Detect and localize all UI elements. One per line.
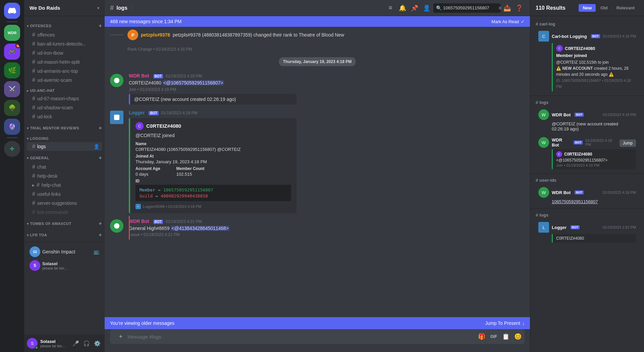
sticker-button[interactable]: 📋 xyxy=(500,331,511,342)
category-ud-anc-hat[interactable]: ▸ UD-ANC-HAT xyxy=(24,87,105,94)
message-input[interactable] xyxy=(127,331,475,343)
wdr-result-embed-2: C C0RTEIZ#4080 <@1065750592951156807> Jo… xyxy=(538,149,636,169)
category-tombs[interactable]: ▾ TOMBS OF AMASCUT + xyxy=(24,219,105,228)
category-offences[interactable]: ▾ OFFENCES + xyxy=(24,21,105,30)
emoji-button[interactable]: 😊 xyxy=(513,331,523,342)
section-divider-1 xyxy=(530,96,644,96)
pinned-genshin[interactable]: GI Genshin Impact 📺 xyxy=(27,245,102,258)
pin-button[interactable]: 📌 xyxy=(409,3,420,13)
id-label: ID xyxy=(136,179,291,183)
mark-as-read-button[interactable]: Mark As Read ✓ xyxy=(491,19,525,24)
new-messages-banner[interactable]: 468 new messages since 1:34 PM Mark As R… xyxy=(105,16,530,27)
date-tooltip[interactable]: Thursday, January 19, 2023 4:18 PM xyxy=(279,57,356,66)
channel-help-desk[interactable]: #help-desk xyxy=(27,172,102,180)
gift-button[interactable]: 🎁 xyxy=(476,331,487,342)
jump-button[interactable]: Jump xyxy=(620,139,636,147)
wdr-leave-content: WDR Bot BOT 01/19/2023 4:21 PM General H… xyxy=(129,219,525,237)
svg-point-0 xyxy=(114,78,119,83)
help-button[interactable]: ❓ xyxy=(514,3,525,13)
user-id-result-header: W WDR Bot BOT 01/19/2023 4:18 PM xyxy=(538,187,636,198)
user-id-avatar: W xyxy=(538,187,549,198)
carlbot-embed-title: Member joined xyxy=(556,53,633,58)
result-item-carlbot[interactable]: C Carl-bot Logging BOT 01/19/2023 4:18 P… xyxy=(533,28,641,94)
notification-button[interactable]: 🔔 xyxy=(397,3,408,13)
server-icon-g5[interactable]: ⚔️ xyxy=(4,81,20,97)
corteiz-mention[interactable]: <@1065750592951156807> xyxy=(163,80,224,85)
jump-to-present-bar[interactable]: You're viewing older messages Jump To Pr… xyxy=(105,317,530,329)
threads-button[interactable]: ≡ xyxy=(385,3,396,13)
channel-bot-commands[interactable]: #bot-commands xyxy=(27,208,102,217)
id-value-link[interactable]: 1065750592951156807 xyxy=(552,199,598,204)
result-item-user-id[interactable]: W WDR Bot BOT 01/19/2023 4:18 PM 1065750… xyxy=(533,184,641,207)
filter-tab-old[interactable]: Old xyxy=(596,4,612,12)
corteiz-carl-mention[interactable]: @CORTEIZ xyxy=(556,60,578,65)
guild-id-eq: = xyxy=(155,193,158,198)
right-panel: 110 Results New Old Relevant # carl-log … xyxy=(530,0,644,352)
carlbot-result-header: C Carl-bot Logging BOT 01/19/2023 4:18 P… xyxy=(538,31,636,42)
category-trial-mentor[interactable]: ▾ TRIAL MENTOR REVIEWS + xyxy=(24,124,105,132)
channel-ud-masori[interactable]: #ud-masori-helm-split xyxy=(27,58,102,66)
trial-mentor-add-icon[interactable]: + xyxy=(99,125,102,131)
channel-ban-all[interactable]: #ban-all-lurers-detectiv... xyxy=(27,40,102,48)
server-name-header[interactable]: We Do Raids ▾ xyxy=(24,0,105,16)
gif-button[interactable]: GIF xyxy=(488,331,499,342)
pinned-solasel[interactable]: S Solasel please be kin... xyxy=(27,259,102,272)
result-item-logger-2[interactable]: L Logger BOT 01/19/2023 2:52 PM C0RTEIZ#… xyxy=(533,219,641,245)
channel-ud-shadow[interactable]: #ud-shadow-scam xyxy=(27,103,102,112)
corteiz-embed-mention-2[interactable]: <@1065750592951156807> xyxy=(556,158,607,163)
members-button[interactable]: 👤 xyxy=(421,3,432,13)
server-icon-wdr[interactable]: WDR xyxy=(4,25,20,41)
channel-ud-kick[interactable]: #ud-kick xyxy=(27,112,102,121)
filter-tab-relevant[interactable]: Relevant xyxy=(612,4,639,12)
channel-ud-armanis[interactable]: #ud-armanis-anc-top xyxy=(27,67,102,75)
logger-embed-card-2: C0RTEIZ#4080 xyxy=(552,234,636,243)
corteiz-embed-mention[interactable]: @CORTEIZ xyxy=(136,133,161,138)
category-add-icon[interactable]: + xyxy=(99,23,102,29)
wdr-result-timestamp-1: 01/19/2023 4:18 PM xyxy=(603,113,636,117)
channel-ud-67[interactable]: #ud-67-masori-chaps xyxy=(27,94,102,103)
channel-help-chat[interactable]: ▸ #help-chat xyxy=(27,181,102,189)
category-lfr-toa[interactable]: ▾ LFR TOA + xyxy=(24,231,105,239)
server-icon-k[interactable]: 🎮 1 xyxy=(4,44,20,60)
server-icon-g4[interactable]: 🌿 xyxy=(4,62,20,78)
channel-ud-avernic[interactable]: #ud-avernic-scam xyxy=(27,76,102,84)
attach-button[interactable]: + xyxy=(115,331,126,342)
rank-change-row: P petzpls#9378 petzpls#9378 (48803814838… xyxy=(110,28,525,42)
channel-server-suggestions[interactable]: #server-suggestions xyxy=(27,199,102,208)
add-server-button[interactable]: + xyxy=(4,141,20,157)
category-logging[interactable]: ▾ LOGGING xyxy=(24,135,105,142)
server-icon-g6[interactable]: 🌳 xyxy=(4,100,20,116)
new-account-notice: NEW ACCOUNT xyxy=(562,66,593,71)
date-separator: Thursday, January 19, 2023 4:18 PM xyxy=(110,54,525,69)
general-add-icon[interactable]: + xyxy=(99,155,102,161)
tombs-add-icon[interactable]: + xyxy=(99,221,102,227)
wdr-leave-sub: Leave • 01/19/2023 4:21 PM xyxy=(129,232,525,237)
corteiz-name-mention[interactable]: @CORTEIZ xyxy=(217,147,240,152)
corteiz-result-mention-1[interactable]: @CORTEIZ xyxy=(552,121,575,126)
channel-useful-links[interactable]: #useful-links xyxy=(27,190,102,198)
category-general[interactable]: ▾ GENERAL + xyxy=(24,154,105,162)
server-icon-g7[interactable]: 🔮 xyxy=(4,119,20,135)
inbox-button[interactable]: 📥 xyxy=(502,3,513,13)
deafen-button[interactable]: 🎧 xyxy=(82,339,91,348)
corteiz-at[interactable]: @CORTEIZ xyxy=(134,97,159,102)
settings-button[interactable]: ⚙️ xyxy=(93,339,102,348)
filter-tab-new[interactable]: New xyxy=(579,4,596,12)
search-input[interactable] xyxy=(443,5,497,10)
channel-ud-iron[interactable]: #ud-iron-tbow xyxy=(27,49,102,57)
general-high-mention[interactable]: <@413843428645011468> xyxy=(171,226,229,231)
search-bar[interactable]: 🔍 ✕ xyxy=(433,3,500,13)
result-item-wdr-bot-1[interactable]: W WDR Bot BOT 01/19/2023 4:18 PM @CORTEI… xyxy=(533,107,641,134)
result-item-wdr-bot-2[interactable]: W WDR Bot BOT 01/19/2023 4:18 PM Jump C … xyxy=(533,134,641,172)
channel-chat[interactable]: #chat xyxy=(27,163,102,171)
channel-name: logs xyxy=(116,5,127,11)
channel-logs[interactable]: # logs 👤 xyxy=(27,142,102,151)
embed-joined-at-field: Joined At Thursday, January 19, 2023 4:1… xyxy=(136,154,291,164)
jump-action[interactable]: Jump To Present ↓ xyxy=(485,320,525,326)
lfr-add-icon[interactable]: + xyxy=(99,232,102,238)
channel-offences[interactable]: #offences xyxy=(27,31,102,39)
warning-icon-1: ⚠️ xyxy=(556,66,561,71)
server-icon-discord[interactable] xyxy=(4,3,20,19)
carlbot-embed-name: C0RTEIZ#4080 xyxy=(565,46,595,51)
mute-button[interactable]: 🎤 xyxy=(71,339,80,348)
